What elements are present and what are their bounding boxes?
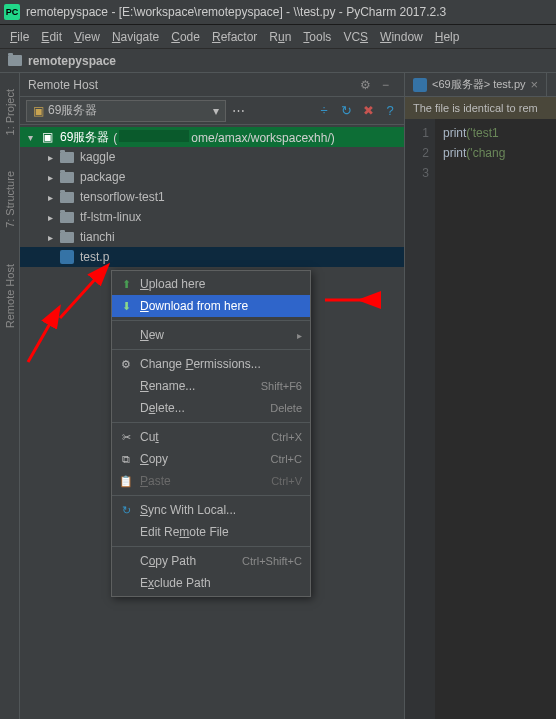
permissions-icon: ⚙ [118, 356, 134, 372]
left-sidebar: 1: Project 7: Structure Remote Host [0, 73, 20, 719]
tree-item-testpy[interactable]: test.p [20, 247, 404, 267]
download-icon: ⬇ [118, 298, 134, 314]
gear-icon[interactable]: ⚙ [360, 78, 374, 92]
server-name: 69服务器 [48, 102, 97, 119]
menu-run[interactable]: Run [263, 28, 297, 46]
tree-label: tf-lstm-linux [80, 210, 141, 224]
refresh-icon[interactable]: ↻ [338, 103, 354, 119]
tree-label: tianchi [80, 230, 115, 244]
menu-shortcut: Ctrl+C [271, 453, 302, 465]
cancel-icon[interactable]: ✖ [360, 103, 376, 119]
paste-icon: 📋 [118, 473, 134, 489]
tab-label: <69服务器> test.py [432, 77, 526, 92]
menu-separator [112, 546, 310, 547]
chevron-right-icon[interactable] [48, 192, 58, 202]
divide-icon[interactable]: ÷ [316, 103, 332, 119]
server-icon: ▣ [33, 104, 44, 118]
minimize-icon[interactable]: − [382, 78, 396, 92]
menu-change-permissions[interactable]: ⚙ Change Permissions... [112, 353, 310, 375]
tree-item-package[interactable]: package [20, 167, 404, 187]
menu-refactor[interactable]: Refactor [206, 28, 263, 46]
menu-new[interactable]: New ▸ [112, 324, 310, 346]
menu-navigate[interactable]: Navigate [106, 28, 165, 46]
gutter-line: 2 [405, 143, 429, 163]
menu-file[interactable]: File [4, 28, 35, 46]
sidebar-tab-structure[interactable]: 7: Structure [2, 163, 18, 236]
sidebar-tab-remote-host[interactable]: Remote Host [2, 256, 18, 336]
menu-shortcut: Ctrl+X [271, 431, 302, 443]
folder-icon [60, 232, 74, 243]
tree-root[interactable]: ▣ 69服务器 (ome/amax/workspacexhh/) [20, 127, 404, 147]
menu-label: New [140, 328, 297, 342]
editor-tab-testpy[interactable]: <69服务器> test.py × [405, 73, 547, 96]
breadcrumb: remotepyspace [0, 49, 556, 73]
tree-label: package [80, 170, 125, 184]
tree-item-tianchi[interactable]: tianchi [20, 227, 404, 247]
menu-shortcut: Shift+F6 [261, 380, 302, 392]
chevron-right-icon: ▸ [297, 330, 302, 341]
menu-shortcut: Delete [270, 402, 302, 414]
menu-label: Exclude Path [140, 576, 302, 590]
menu-help[interactable]: Help [429, 28, 466, 46]
help-icon[interactable]: ? [382, 103, 398, 119]
server-selector: ▣ 69服务器 ▾ ⋯ ÷ ↻ ✖ ? [20, 97, 404, 125]
menu-upload-here[interactable]: ⬆ Upload here [112, 273, 310, 295]
menu-label: Delete... [140, 401, 270, 415]
menu-vcs[interactable]: VCS [337, 28, 374, 46]
server-dropdown[interactable]: ▣ 69服务器 ▾ [26, 100, 226, 122]
editor-body[interactable]: 1 2 3 print('test1 print('chang [405, 119, 556, 719]
code-line: print('test1 [443, 123, 505, 143]
pycharm-icon: PC [4, 4, 20, 20]
chevron-right-icon[interactable] [48, 232, 58, 242]
chevron-down-icon[interactable] [28, 132, 38, 142]
ellipsis-button[interactable]: ⋯ [230, 103, 246, 119]
breadcrumb-project[interactable]: remotepyspace [28, 54, 116, 68]
code-line: print('chang [443, 143, 505, 163]
tree-item-lstm[interactable]: tf-lstm-linux [20, 207, 404, 227]
tree-item-tensorflow[interactable]: tensorflow-test1 [20, 187, 404, 207]
editor-panel: <69服务器> test.py × The file is identical … [405, 73, 556, 719]
menu-shortcut: Ctrl+Shift+C [242, 555, 302, 567]
close-icon[interactable]: × [531, 77, 539, 92]
server-icon: ▣ [40, 130, 54, 144]
menu-label: Paste [140, 474, 271, 488]
menu-label: Download from here [140, 299, 302, 313]
menu-download-from-here[interactable]: ⬇ Download from here [112, 295, 310, 317]
folder-icon [60, 152, 74, 163]
menu-copy-path[interactable]: Copy Path Ctrl+Shift+C [112, 550, 310, 572]
menu-label: Copy [140, 452, 271, 466]
chevron-right-icon[interactable] [48, 152, 58, 162]
sidebar-tab-project[interactable]: 1: Project [2, 81, 18, 143]
panel-title: Remote Host [28, 78, 98, 92]
menu-label: Change Permissions... [140, 357, 302, 371]
menu-cut[interactable]: ✂ Cut Ctrl+X [112, 426, 310, 448]
menu-window[interactable]: Window [374, 28, 429, 46]
menu-view[interactable]: View [68, 28, 106, 46]
menu-tools[interactable]: Tools [297, 28, 337, 46]
tree-root-path: (ome/amax/workspacexhh/) [113, 130, 334, 145]
upload-icon: ⬆ [118, 276, 134, 292]
menu-shortcut: Ctrl+V [271, 475, 302, 487]
menu-separator [112, 422, 310, 423]
menu-exclude-path[interactable]: Exclude Path [112, 572, 310, 594]
chevron-down-icon: ▾ [213, 104, 219, 118]
menu-edit-remote-file[interactable]: Edit Remote File [112, 521, 310, 543]
code-area[interactable]: print('test1 print('chang [435, 119, 505, 719]
python-file-icon [413, 78, 427, 92]
chevron-right-icon[interactable] [48, 212, 58, 222]
menubar: File Edit View Navigate Code Refactor Ru… [0, 25, 556, 49]
masked-region [119, 130, 189, 142]
menu-label: Cut [140, 430, 271, 444]
menu-sync-local[interactable]: ↻ Sync With Local... [112, 499, 310, 521]
chevron-right-icon[interactable] [48, 172, 58, 182]
gutter-line: 3 [405, 163, 429, 183]
python-file-icon [60, 250, 74, 264]
menu-copy[interactable]: ⧉ Copy Ctrl+C [112, 448, 310, 470]
menu-separator [112, 349, 310, 350]
tree-item-kaggle[interactable]: kaggle [20, 147, 404, 167]
menu-delete[interactable]: Delete... Delete [112, 397, 310, 419]
menu-edit[interactable]: Edit [35, 28, 68, 46]
tree-label: test.p [80, 250, 109, 264]
menu-rename[interactable]: Rename... Shift+F6 [112, 375, 310, 397]
menu-code[interactable]: Code [165, 28, 206, 46]
